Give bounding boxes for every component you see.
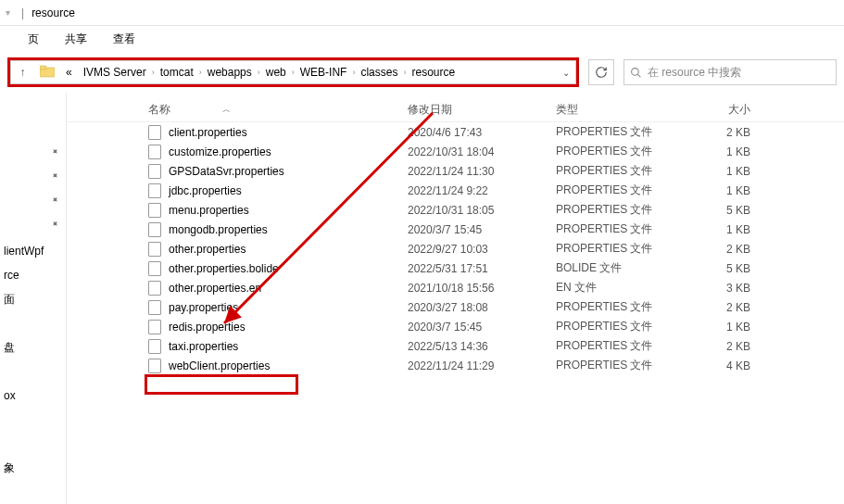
file-size: 2 KB bbox=[695, 243, 750, 256]
file-row[interactable]: pay.properties2020/3/27 18:08PROPERTIES … bbox=[67, 297, 844, 317]
file-type: PROPERTIES 文件 bbox=[556, 319, 695, 334]
file-row[interactable]: GPSDataSvr.properties2022/11/24 11:30PRO… bbox=[67, 161, 844, 181]
breadcrumb-segment[interactable]: webapps bbox=[202, 66, 258, 79]
file-size: 2 KB bbox=[695, 126, 750, 139]
file-row[interactable]: jdbc.properties2022/11/24 9:22PROPERTIES… bbox=[67, 181, 844, 200]
file-type: PROPERTIES 文件 bbox=[556, 241, 695, 257]
column-date[interactable]: 修改日期 bbox=[408, 102, 556, 118]
sidebar-item[interactable]: lientWpf bbox=[0, 239, 66, 263]
file-type: PROPERTIES 文件 bbox=[556, 202, 695, 218]
breadcrumb-bar[interactable]: «IVMS Server›tomcat›webapps›web›WEB-INF›… bbox=[34, 60, 576, 84]
breadcrumb-segment[interactable]: web bbox=[260, 66, 292, 79]
file-name: jdbc.properties bbox=[169, 184, 242, 197]
file-name: taxi.properties bbox=[169, 340, 238, 353]
file-row[interactable]: redis.properties2020/3/7 15:45PROPERTIES… bbox=[67, 317, 844, 336]
pin-icon: ✦ bbox=[48, 194, 60, 206]
breadcrumb-segment[interactable]: tomcat bbox=[155, 66, 199, 79]
nav-up-button[interactable]: ↑ bbox=[10, 60, 34, 84]
file-date: 2022/10/31 18:04 bbox=[408, 145, 556, 158]
file-date: 2022/9/27 10:03 bbox=[408, 243, 556, 256]
file-type: PROPERTIES 文件 bbox=[556, 144, 695, 159]
file-type: BOLIDE 文件 bbox=[556, 260, 695, 276]
file-size: 2 KB bbox=[695, 301, 750, 314]
file-size: 1 KB bbox=[695, 145, 750, 158]
sidebar-item[interactable]: ✦ bbox=[0, 215, 66, 239]
file-date: 2022/10/31 18:05 bbox=[408, 204, 556, 217]
file-icon bbox=[148, 164, 161, 179]
window-titlebar: ▾ | resource bbox=[0, 0, 844, 26]
pin-icon: ✦ bbox=[48, 218, 60, 230]
file-size: 5 KB bbox=[695, 204, 750, 217]
file-row[interactable]: client.properties2020/4/6 17:43PROPERTIE… bbox=[67, 122, 844, 142]
column-size[interactable]: 大小 bbox=[695, 102, 750, 118]
file-icon bbox=[148, 320, 161, 334]
sidebar-item[interactable]: ✦ bbox=[0, 167, 66, 191]
breadcrumb-segment[interactable]: WEB-INF bbox=[295, 66, 353, 79]
breadcrumb-overflow[interactable]: « bbox=[60, 66, 78, 79]
column-name[interactable]: 名称 ︿ bbox=[148, 102, 408, 118]
file-type: PROPERTIES 文件 bbox=[556, 163, 695, 179]
file-row[interactable]: taxi.properties2022/5/13 14:36PROPERTIES… bbox=[67, 336, 844, 356]
pin-icon: ✦ bbox=[48, 145, 60, 158]
file-date: 2022/5/13 14:36 bbox=[408, 340, 556, 353]
sidebar-item[interactable]: ox bbox=[0, 384, 66, 408]
sidebar-item[interactable]: ✦ bbox=[0, 191, 66, 215]
menu-item-prev[interactable]: 页 bbox=[28, 32, 39, 47]
file-icon bbox=[148, 222, 161, 237]
sidebar-item[interactable]: ✦ bbox=[0, 143, 66, 167]
file-row[interactable]: other.properties2022/9/27 10:03PROPERTIE… bbox=[67, 239, 844, 258]
breadcrumb-segment[interactable]: resource bbox=[406, 66, 460, 79]
search-icon bbox=[630, 67, 642, 79]
file-size: 1 KB bbox=[695, 223, 750, 236]
file-name: menu.properties bbox=[169, 204, 249, 217]
file-row[interactable]: menu.properties2022/10/31 18:05PROPERTIE… bbox=[67, 200, 844, 220]
breadcrumb-segment[interactable]: IVMS Server bbox=[78, 66, 152, 79]
file-row[interactable]: customize.properties2022/10/31 18:04PROP… bbox=[67, 142, 844, 161]
file-size: 4 KB bbox=[695, 359, 750, 372]
file-date: 2022/5/31 17:51 bbox=[408, 262, 556, 275]
file-date: 2022/11/24 11:30 bbox=[408, 165, 556, 178]
file-icon bbox=[148, 183, 161, 198]
file-type: PROPERTIES 文件 bbox=[556, 338, 695, 354]
file-name: other.properties.bolide bbox=[169, 262, 279, 275]
sidebar-item[interactable]: 面 bbox=[0, 287, 66, 311]
address-bar-row: ↑ «IVMS Server›tomcat›webapps›web›WEB-IN… bbox=[0, 52, 844, 93]
file-icon bbox=[148, 145, 161, 159]
menu-item-view[interactable]: 查看 bbox=[113, 32, 135, 47]
file-name: mongodb.properties bbox=[169, 223, 268, 236]
breadcrumb-segment[interactable]: classes bbox=[355, 66, 403, 79]
file-date: 2020/4/6 17:43 bbox=[408, 126, 556, 139]
sidebar-item[interactable] bbox=[0, 432, 66, 456]
sidebar-item[interactable] bbox=[0, 311, 66, 335]
file-name: other.properties bbox=[169, 243, 246, 256]
file-row[interactable]: other.properties.en2021/10/18 15:56EN 文件… bbox=[67, 278, 844, 297]
file-size: 1 KB bbox=[695, 184, 750, 197]
title-separator: | bbox=[21, 6, 24, 19]
sidebar-item[interactable] bbox=[0, 408, 66, 432]
pin-icon: ✦ bbox=[48, 170, 60, 182]
search-box[interactable]: 在 resource 中搜索 bbox=[624, 59, 837, 85]
annotation-highlight-target-file bbox=[145, 374, 298, 395]
file-type: PROPERTIES 文件 bbox=[556, 358, 695, 373]
file-date: 2020/3/7 15:45 bbox=[408, 321, 556, 334]
refresh-button[interactable] bbox=[588, 59, 614, 85]
sidebar-item[interactable]: rce bbox=[0, 263, 66, 287]
menu-bar: 页 共享 查看 bbox=[0, 26, 844, 52]
sidebar-item[interactable]: 象 bbox=[0, 456, 66, 480]
file-name: redis.properties bbox=[169, 321, 246, 334]
menu-item-share[interactable]: 共享 bbox=[65, 32, 87, 47]
file-date: 2020/3/7 15:45 bbox=[408, 223, 556, 236]
file-row[interactable]: webClient.properties2022/11/24 11:29PROP… bbox=[67, 356, 844, 375]
file-list-panel: 名称 ︿ 修改日期 类型 大小 client.properties2020/4/… bbox=[67, 93, 844, 504]
file-size: 3 KB bbox=[695, 282, 750, 295]
sidebar-item-label: ox bbox=[4, 389, 16, 402]
address-dropdown-icon[interactable]: ⌄ bbox=[557, 68, 575, 78]
file-icon bbox=[148, 261, 161, 276]
file-row[interactable]: other.properties.bolide2022/5/31 17:51BO… bbox=[67, 258, 844, 278]
file-row[interactable]: mongodb.properties2020/3/7 15:45PROPERTI… bbox=[67, 220, 844, 239]
file-icon bbox=[148, 300, 161, 315]
svg-line-3 bbox=[637, 74, 640, 77]
column-type[interactable]: 类型 bbox=[556, 102, 695, 118]
sidebar-item[interactable] bbox=[0, 359, 66, 384]
sidebar-item[interactable]: 盘 bbox=[0, 335, 66, 359]
